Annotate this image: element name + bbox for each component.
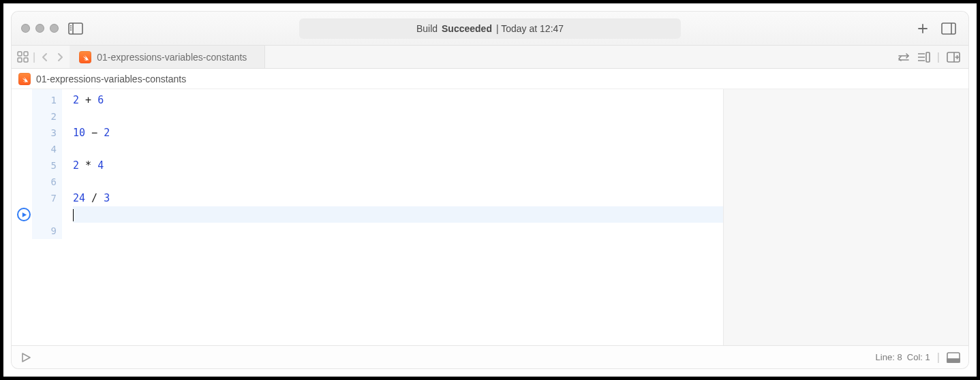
close-window-button[interactable]: [21, 24, 30, 33]
swift-file-icon: [79, 51, 91, 63]
status-prefix: Build: [416, 23, 438, 34]
minimize-window-button[interactable]: [35, 24, 44, 33]
zoom-window-button[interactable]: [50, 24, 59, 33]
code-line[interactable]: 2 + 6: [73, 92, 723, 108]
svg-rect-11: [18, 58, 22, 62]
activity-status-bar[interactable]: Build Succeeded | Today at 12:47: [299, 18, 681, 39]
execute-playground-button[interactable]: [20, 351, 32, 364]
line-number: [32, 206, 57, 223]
adjust-editor-options-icon[interactable]: [917, 52, 930, 63]
divider: |: [937, 351, 940, 364]
status-time: | Today at 12:47: [496, 23, 564, 34]
line-number: 6: [32, 174, 57, 190]
debug-bar: Line: 8 Col: 1 |: [12, 345, 968, 368]
nav-back-button[interactable]: [40, 52, 50, 63]
related-items-icon[interactable]: [17, 51, 29, 63]
code-line[interactable]: 10 − 2: [73, 125, 723, 141]
add-editor-icon[interactable]: [947, 52, 960, 63]
svg-rect-24: [947, 359, 960, 362]
line-number: 7: [32, 190, 57, 206]
toggle-debug-area-button[interactable]: [947, 352, 960, 363]
code-editor[interactable]: 12345679 2 + 6 10 − 2 2 * 4 24 / 3: [12, 89, 723, 345]
nav-forward-button[interactable]: [55, 52, 65, 63]
toggle-left-sidebar-button[interactable]: [65, 20, 86, 37]
code-line[interactable]: [73, 174, 723, 190]
svg-rect-10: [24, 52, 28, 56]
svg-rect-16: [926, 52, 930, 62]
tab-playground[interactable]: 01-expressions-variables-constants: [70, 46, 265, 68]
results-sidebar: [723, 89, 968, 345]
add-button[interactable]: [913, 20, 933, 37]
breadcrumb-label: 01-expressions-variables-constants: [36, 74, 186, 84]
code-line[interactable]: [73, 206, 723, 223]
line-number: 9: [32, 223, 57, 239]
svg-rect-0: [69, 23, 82, 34]
breadcrumb[interactable]: 01-expressions-variables-constants: [12, 69, 968, 89]
svg-marker-22: [22, 353, 30, 362]
code-line[interactable]: [73, 141, 723, 157]
cursor-position: Line: 8 Col: 1: [876, 352, 930, 362]
swift-file-icon: [18, 73, 31, 85]
line-number: 4: [32, 141, 57, 157]
line-number: 1: [32, 92, 57, 108]
divider: |: [937, 51, 940, 63]
line-number: 3: [32, 125, 57, 141]
tab-bar: | 01-expressions-variables-constants: [12, 46, 968, 69]
code-line[interactable]: 24 / 3: [73, 190, 723, 206]
line-number: 5: [32, 157, 57, 174]
code-line[interactable]: 2 * 4: [73, 157, 723, 174]
svg-marker-21: [22, 212, 26, 217]
svg-rect-9: [18, 52, 22, 56]
line-number-gutter: 12345679: [32, 89, 62, 239]
title-toolbar: Build Succeeded | Today at 12:47: [12, 12, 968, 46]
run-to-line-icon[interactable]: [17, 208, 31, 221]
svg-rect-12: [24, 58, 28, 62]
window-traffic-lights: [21, 24, 59, 33]
toggle-right-sidebar-button[interactable]: [938, 20, 959, 37]
status-result: Succeeded: [442, 23, 492, 34]
line-number: 2: [32, 108, 57, 125]
code-line[interactable]: [73, 223, 723, 239]
sync-icon[interactable]: [898, 52, 910, 62]
svg-rect-7: [942, 23, 955, 34]
code-content[interactable]: 2 + 6 10 − 2 2 * 4 24 / 3: [62, 89, 723, 345]
editor-area: 12345679 2 + 6 10 − 2 2 * 4 24 / 3: [12, 89, 968, 345]
code-line[interactable]: [73, 108, 723, 125]
tab-label: 01-expressions-variables-constants: [97, 52, 247, 63]
divider: |: [33, 51, 35, 63]
